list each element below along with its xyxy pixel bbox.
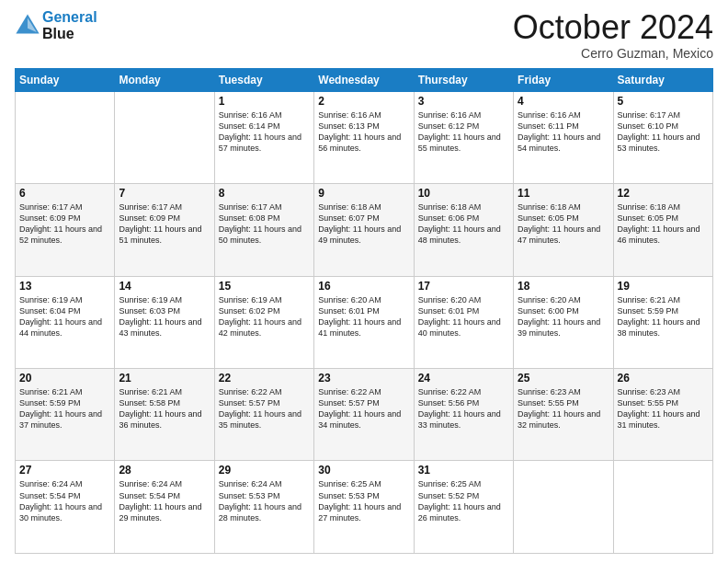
title-block: October 2024 Cerro Guzman, Mexico	[513, 9, 713, 61]
day-number: 8	[219, 187, 310, 200]
day-cell: 1Sunrise: 6:16 AMSunset: 6:14 PMDaylight…	[214, 91, 313, 183]
day-cell: 30Sunrise: 6:25 AMSunset: 5:53 PMDayligh…	[314, 461, 414, 554]
day-cell: 2Sunrise: 6:16 AMSunset: 6:13 PMDaylight…	[314, 91, 414, 183]
day-cell: 6Sunrise: 6:17 AMSunset: 6:09 PMDaylight…	[16, 184, 115, 276]
day-number: 30	[318, 464, 409, 477]
month-title: October 2024	[513, 9, 713, 46]
day-cell: 14Sunrise: 6:19 AMSunset: 6:03 PMDayligh…	[115, 276, 214, 368]
day-info: Sunrise: 6:22 AMSunset: 5:57 PMDaylight:…	[219, 386, 310, 431]
day-number: 13	[19, 280, 110, 293]
day-number: 5	[618, 95, 709, 108]
day-info: Sunrise: 6:17 AMSunset: 6:10 PMDaylight:…	[618, 109, 709, 155]
day-cell: 19Sunrise: 6:21 AMSunset: 5:59 PMDayligh…	[613, 276, 712, 368]
day-number: 23	[318, 372, 409, 385]
logo-text: General Blue	[42, 9, 97, 41]
day-info: Sunrise: 6:21 AMSunset: 5:59 PMDaylight:…	[19, 386, 110, 431]
header-cell-wednesday: Wednesday	[314, 68, 414, 91]
day-info: Sunrise: 6:20 AMSunset: 6:01 PMDaylight:…	[318, 294, 409, 339]
day-number: 26	[618, 372, 709, 385]
day-cell: 20Sunrise: 6:21 AMSunset: 5:59 PMDayligh…	[16, 369, 115, 461]
day-info: Sunrise: 6:23 AMSunset: 5:55 PMDaylight:…	[518, 386, 609, 431]
day-cell: 21Sunrise: 6:21 AMSunset: 5:58 PMDayligh…	[115, 369, 214, 461]
day-number: 12	[618, 187, 709, 200]
day-cell	[16, 91, 115, 183]
day-number: 17	[418, 280, 509, 293]
day-cell: 5Sunrise: 6:17 AMSunset: 6:10 PMDaylight…	[613, 91, 712, 183]
header-cell-sunday: Sunday	[16, 68, 115, 91]
header-row: SundayMondayTuesdayWednesdayThursdayFrid…	[16, 68, 713, 91]
header-cell-monday: Monday	[115, 68, 214, 91]
header-cell-thursday: Thursday	[414, 68, 513, 91]
day-info: Sunrise: 6:22 AMSunset: 5:56 PMDaylight:…	[418, 386, 509, 431]
day-cell: 28Sunrise: 6:24 AMSunset: 5:54 PMDayligh…	[115, 461, 214, 554]
day-cell: 25Sunrise: 6:23 AMSunset: 5:55 PMDayligh…	[514, 369, 613, 461]
day-number: 18	[518, 280, 609, 293]
day-info: Sunrise: 6:16 AMSunset: 6:14 PMDaylight:…	[219, 109, 310, 155]
day-cell: 3Sunrise: 6:16 AMSunset: 6:12 PMDaylight…	[414, 91, 513, 183]
day-cell: 18Sunrise: 6:20 AMSunset: 6:00 PMDayligh…	[514, 276, 613, 368]
page: General Blue October 2024 Cerro Guzman, …	[0, 0, 728, 563]
logo: General Blue	[15, 9, 97, 41]
day-number: 27	[19, 464, 110, 477]
day-cell: 24Sunrise: 6:22 AMSunset: 5:56 PMDayligh…	[414, 369, 513, 461]
day-number: 1	[219, 95, 310, 108]
calendar-table: SundayMondayTuesdayWednesdayThursdayFrid…	[15, 68, 713, 554]
day-cell: 29Sunrise: 6:24 AMSunset: 5:53 PMDayligh…	[214, 461, 313, 554]
day-number: 24	[418, 372, 509, 385]
location-title: Cerro Guzman, Mexico	[513, 46, 713, 61]
day-info: Sunrise: 6:16 AMSunset: 6:11 PMDaylight:…	[518, 109, 609, 155]
day-cell: 16Sunrise: 6:20 AMSunset: 6:01 PMDayligh…	[314, 276, 414, 368]
day-info: Sunrise: 6:21 AMSunset: 5:59 PMDaylight:…	[618, 294, 709, 339]
day-info: Sunrise: 6:22 AMSunset: 5:57 PMDaylight:…	[318, 386, 409, 431]
day-number: 25	[518, 372, 609, 385]
day-cell: 7Sunrise: 6:17 AMSunset: 6:09 PMDaylight…	[115, 184, 214, 276]
day-info: Sunrise: 6:16 AMSunset: 6:13 PMDaylight:…	[318, 109, 409, 155]
day-number: 29	[219, 464, 310, 477]
day-number: 9	[318, 187, 409, 200]
day-info: Sunrise: 6:18 AMSunset: 6:05 PMDaylight:…	[518, 201, 609, 247]
day-cell: 27Sunrise: 6:24 AMSunset: 5:54 PMDayligh…	[16, 461, 115, 554]
day-cell	[613, 461, 712, 554]
header-cell-saturday: Saturday	[613, 68, 712, 91]
day-info: Sunrise: 6:19 AMSunset: 6:04 PMDaylight:…	[19, 294, 110, 339]
day-info: Sunrise: 6:19 AMSunset: 6:03 PMDaylight:…	[119, 294, 210, 339]
week-row-1: 1Sunrise: 6:16 AMSunset: 6:14 PMDaylight…	[16, 91, 713, 183]
day-number: 28	[119, 464, 210, 477]
day-number: 10	[418, 187, 509, 200]
day-info: Sunrise: 6:24 AMSunset: 5:54 PMDaylight:…	[19, 478, 110, 523]
day-number: 3	[418, 95, 509, 108]
week-row-2: 6Sunrise: 6:17 AMSunset: 6:09 PMDaylight…	[16, 184, 713, 276]
day-info: Sunrise: 6:18 AMSunset: 6:07 PMDaylight:…	[318, 201, 409, 247]
day-cell	[115, 91, 214, 183]
logo-icon	[15, 13, 40, 39]
week-row-4: 20Sunrise: 6:21 AMSunset: 5:59 PMDayligh…	[16, 369, 713, 461]
header-cell-tuesday: Tuesday	[214, 68, 313, 91]
day-cell: 31Sunrise: 6:25 AMSunset: 5:52 PMDayligh…	[414, 461, 513, 554]
day-number: 2	[318, 95, 409, 108]
header: General Blue October 2024 Cerro Guzman, …	[15, 9, 713, 61]
day-info: Sunrise: 6:16 AMSunset: 6:12 PMDaylight:…	[418, 109, 509, 155]
day-info: Sunrise: 6:25 AMSunset: 5:52 PMDaylight:…	[418, 478, 509, 523]
day-cell: 9Sunrise: 6:18 AMSunset: 6:07 PMDaylight…	[314, 184, 414, 276]
day-info: Sunrise: 6:19 AMSunset: 6:02 PMDaylight:…	[219, 294, 310, 339]
day-number: 19	[618, 280, 709, 293]
day-info: Sunrise: 6:20 AMSunset: 6:00 PMDaylight:…	[518, 294, 609, 339]
day-cell: 12Sunrise: 6:18 AMSunset: 6:05 PMDayligh…	[613, 184, 712, 276]
day-cell: 17Sunrise: 6:20 AMSunset: 6:01 PMDayligh…	[414, 276, 513, 368]
day-info: Sunrise: 6:21 AMSunset: 5:58 PMDaylight:…	[119, 386, 210, 431]
day-number: 11	[518, 187, 609, 200]
day-number: 22	[219, 372, 310, 385]
day-number: 7	[119, 187, 210, 200]
day-info: Sunrise: 6:17 AMSunset: 6:08 PMDaylight:…	[219, 201, 310, 247]
day-cell: 15Sunrise: 6:19 AMSunset: 6:02 PMDayligh…	[214, 276, 313, 368]
day-cell	[514, 461, 613, 554]
day-number: 14	[119, 280, 210, 293]
day-info: Sunrise: 6:17 AMSunset: 6:09 PMDaylight:…	[119, 201, 210, 247]
day-cell: 13Sunrise: 6:19 AMSunset: 6:04 PMDayligh…	[16, 276, 115, 368]
day-cell: 23Sunrise: 6:22 AMSunset: 5:57 PMDayligh…	[314, 369, 414, 461]
day-info: Sunrise: 6:18 AMSunset: 6:06 PMDaylight:…	[418, 201, 509, 247]
day-number: 20	[19, 372, 110, 385]
week-row-3: 13Sunrise: 6:19 AMSunset: 6:04 PMDayligh…	[16, 276, 713, 368]
header-cell-friday: Friday	[514, 68, 613, 91]
day-cell: 11Sunrise: 6:18 AMSunset: 6:05 PMDayligh…	[514, 184, 613, 276]
